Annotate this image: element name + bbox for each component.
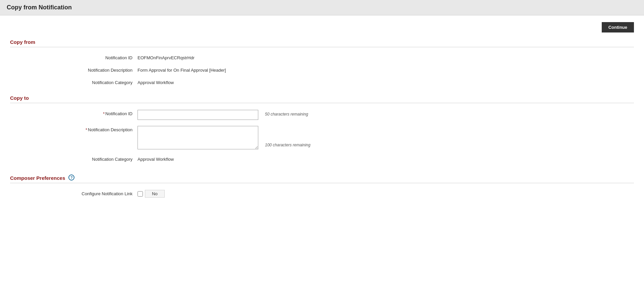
configure-notification-link-value: No	[138, 190, 165, 198]
copy-to-notification-description-row: Notification Description 100 characters …	[10, 126, 634, 149]
copy-to-notification-id-row: Notification ID 50 characters remaining	[10, 110, 634, 120]
continue-btn-wrapper: Continue	[10, 22, 634, 32]
copy-to-notification-description-input-container	[138, 126, 258, 149]
copy-from-header: Copy from	[10, 39, 634, 45]
copy-to-notification-id-input-wrapper: 50 characters remaining	[138, 110, 634, 120]
copy-from-notification-id-label: Notification ID	[44, 54, 138, 60]
composer-preferences-header: Composer Preferences	[10, 175, 65, 181]
copy-to-notification-id-input[interactable]	[138, 110, 258, 120]
no-label: No	[145, 190, 165, 198]
copy-to-header: Copy to	[10, 95, 634, 101]
copy-to-notification-category-label: Notification Category	[44, 155, 138, 162]
copy-to-notification-description-input[interactable]	[138, 126, 258, 149]
copy-from-notification-description-value: Form Approval for On Final Approval [Hea…	[138, 66, 226, 73]
copy-from-notification-description-label: Notification Description	[44, 66, 138, 73]
copy-to-section: Copy to Notification ID 50 characters re…	[10, 95, 634, 162]
copy-from-notification-category-row: Notification Category Approval Workflow	[10, 79, 634, 85]
copy-from-divider	[10, 47, 634, 47]
copy-from-notification-id-value: EOFMOnFinAprvECRqstrHdr	[138, 54, 195, 60]
composer-preferences-divider	[10, 183, 634, 183]
continue-button[interactable]: Continue	[602, 22, 634, 32]
composer-preferences-section: Composer Preferences ? Configure Notific…	[10, 172, 634, 198]
copy-from-notification-id-row: Notification ID EOFMOnFinAprvECRqstrHdr	[10, 54, 634, 60]
help-icon[interactable]: ?	[68, 174, 74, 181]
copy-from-notification-category-label: Notification Category	[44, 79, 138, 85]
copy-from-notification-category-value: Approval Workflow	[138, 79, 174, 85]
checkbox-no-container: No	[138, 190, 165, 198]
copy-to-notification-description-chars-remaining: 100 characters remaining	[265, 126, 310, 147]
composer-preferences-title-row: Composer Preferences ?	[10, 172, 634, 183]
copy-to-notification-category-row: Notification Category Approval Workflow	[10, 155, 634, 162]
copy-from-section: Copy from Notification ID EOFMOnFinAprvE…	[10, 39, 634, 85]
copy-to-notification-category-value: Approval Workflow	[138, 155, 174, 162]
page-title: Copy from Notification	[7, 4, 72, 11]
configure-notification-link-label: Configure Notification Link	[44, 191, 138, 196]
page-content: Continue Copy from Notification ID EOFMO…	[0, 15, 644, 288]
copy-from-notification-description-row: Notification Description Form Approval f…	[10, 66, 634, 73]
page-header: Copy from Notification	[0, 0, 644, 15]
copy-to-notification-description-label: Notification Description	[44, 126, 138, 132]
configure-notification-link-checkbox[interactable]	[138, 191, 143, 197]
copy-to-notification-id-chars-remaining: 50 characters remaining	[265, 110, 308, 117]
copy-to-divider	[10, 103, 634, 103]
configure-notification-link-row: Configure Notification Link No	[10, 190, 634, 198]
copy-to-notification-description-input-wrapper: 100 characters remaining	[138, 126, 634, 149]
copy-to-notification-id-input-container	[138, 110, 258, 120]
copy-to-notification-id-label: Notification ID	[44, 110, 138, 116]
